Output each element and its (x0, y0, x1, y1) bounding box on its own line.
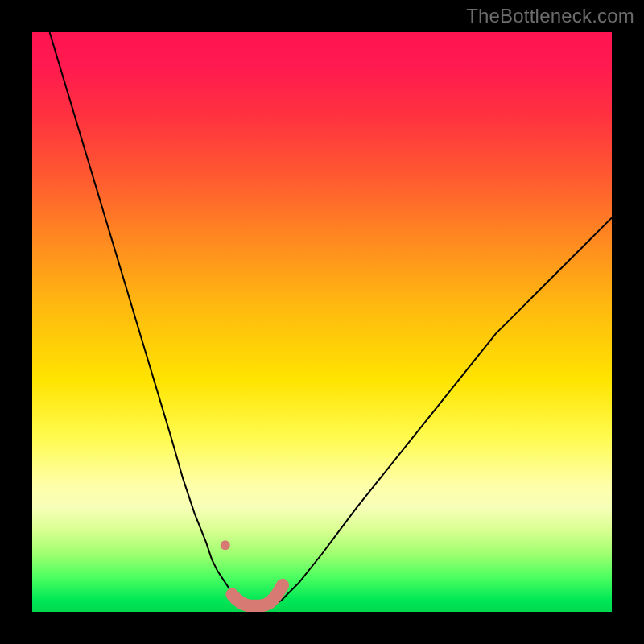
plot-area (32, 32, 612, 612)
watermark-text: TheBottleneck.com (466, 5, 634, 27)
right-curve-path (275, 217, 612, 604)
chart-svg (32, 32, 612, 612)
highlight-left-dot (221, 540, 230, 550)
series-group (50, 32, 612, 606)
left-curve-path (50, 32, 244, 604)
chart-frame: TheBottleneck.com (0, 0, 644, 644)
highlight-bottom-bar-path (232, 585, 283, 606)
